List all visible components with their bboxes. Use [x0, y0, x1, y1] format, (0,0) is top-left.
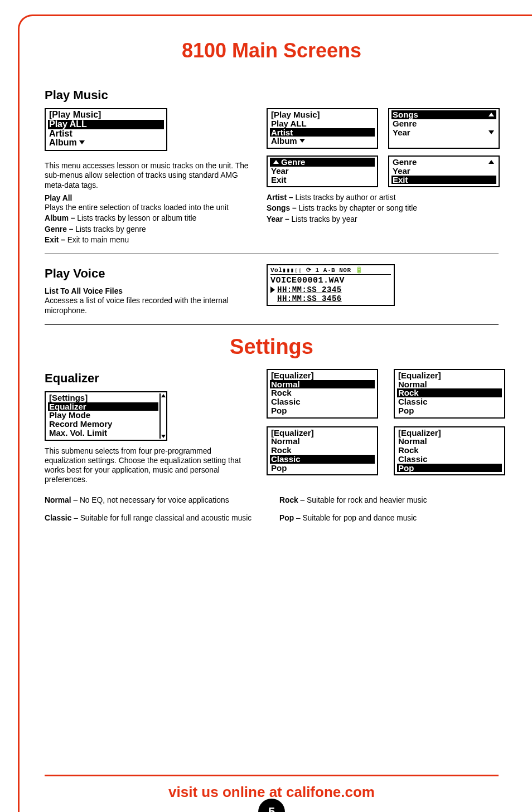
- voice-time-2: HH:MM:SS 3456: [270, 294, 391, 303]
- page-sheet: 8100 Main Screens Play Music [Play Music…: [0, 0, 532, 812]
- lcd-item: Artist: [270, 128, 375, 137]
- lcd-genre: Genre Year Exit: [267, 155, 378, 187]
- page-content: 8100 Main Screens Play Music [Play Music…: [45, 33, 499, 812]
- lcd-play-music-artist: [Play Music] Play ALL Artist Album: [267, 108, 378, 149]
- divider: [45, 324, 499, 325]
- lcd-item-label: Year: [393, 128, 410, 137]
- equalizer-right: [Equalizer] Normal Rock Classic Pop [Equ…: [267, 369, 499, 488]
- def-text: Accesses a list of voice files recorded …: [45, 296, 229, 314]
- chevron-up-icon: [489, 160, 494, 164]
- lcd-item: Genre: [270, 158, 375, 167]
- play-music-left: [Play Music] Play ALL Artist Album This …: [45, 108, 251, 246]
- lcd-item: Max. Vol. Limit: [48, 429, 158, 437]
- lcd-item-label: Genre: [281, 157, 305, 167]
- def-text: – No EQ, not necessary for voice applica…: [71, 496, 229, 504]
- lcd-eq-pop: [Equalizer] Normal Rock Classic Pop: [394, 426, 505, 476]
- def-album: Album – Lists tracks by lesson or album …: [45, 213, 251, 223]
- def-label: Normal: [45, 496, 71, 504]
- lcd-item: Equalizer: [48, 402, 158, 411]
- lcd-item: Normal: [270, 380, 375, 389]
- lcd-item: Record Memory: [48, 420, 158, 429]
- def-label: Genre –: [45, 225, 73, 234]
- lcd-header: [Equalizer]: [397, 429, 502, 437]
- lcd-item: Rock: [397, 446, 502, 455]
- lcd-item: Classic: [397, 455, 502, 464]
- def-play-all: Play All Plays the entire selection of t…: [45, 193, 251, 212]
- def-label: List To All Voice Files: [45, 287, 123, 295]
- lcd-item-label: Songs: [393, 110, 418, 119]
- def-label: Album –: [45, 214, 75, 222]
- lcd-item: Pop: [270, 406, 375, 415]
- lcd-item: Normal: [397, 380, 502, 389]
- def-pop: Pop – Suitable for pop and dance music: [279, 513, 499, 523]
- lcd-header: [Play Music]: [270, 110, 375, 119]
- lcd-item: Classic: [270, 455, 375, 464]
- lcd-item: Rock: [270, 446, 375, 455]
- lcd-item: Classic: [397, 397, 502, 406]
- chevron-down-icon: [79, 140, 85, 144]
- def-label: Play All: [45, 194, 72, 202]
- lcd-item: Play Mode: [48, 411, 158, 420]
- chevron-up-icon: [273, 160, 279, 164]
- def-label: Artist –: [267, 193, 293, 202]
- lcd-play-music-main: [Play Music] Play ALL Artist Album: [45, 108, 167, 151]
- lcd-item: Normal: [397, 437, 502, 446]
- lcd-item: Normal: [270, 437, 375, 446]
- play-voice-row: Play Voice List To All Voice Files Acces…: [45, 264, 499, 317]
- lcd-item: Artist: [48, 129, 164, 139]
- play-music-lcd-grid: [Play Music] Play ALL Artist Album Songs…: [267, 108, 499, 187]
- lcd-item: Play ALL: [48, 120, 164, 129]
- def-text: – Suitable for full range classical and …: [71, 514, 252, 522]
- equalizer-left: Equalizer [Settings] Equalizer Play Mode…: [45, 369, 251, 488]
- scrollbar-icon: [159, 393, 165, 439]
- lcd-item-label: Album: [49, 138, 77, 147]
- chevron-down-icon: [299, 139, 305, 143]
- equalizer-heading: Equalizer: [45, 371, 251, 386]
- divider: [45, 254, 499, 254]
- def-label: Rock: [279, 496, 298, 504]
- def-artist: Artist – Lists tracks by author or artis…: [267, 193, 499, 202]
- footer-rule: [45, 775, 499, 776]
- def-text: Lists tracks by year: [289, 215, 357, 223]
- lcd-header: [Settings]: [48, 393, 158, 402]
- lcd-eq-normal: [Equalizer] Normal Rock Classic Pop: [267, 369, 378, 419]
- equalizer-intro: This submenu selects from four pre-progr…: [45, 446, 251, 485]
- lcd-item: Year: [391, 167, 496, 176]
- lcd-item: Pop: [270, 464, 375, 473]
- play-music-intro: This menu accesses lesson or music track…: [45, 161, 251, 190]
- lcd-item: Album: [48, 138, 164, 148]
- equalizer-lcd-grid: [Equalizer] Normal Rock Classic Pop [Equ…: [267, 369, 499, 476]
- lcd-item: Exit: [270, 176, 375, 184]
- lcd-item-label: Album: [271, 136, 297, 145]
- equalizer-defs: Normal – No EQ, not necessary for voice …: [45, 493, 499, 528]
- lcd-header: [Equalizer]: [397, 371, 502, 380]
- play-voice-left: Play Voice List To All Voice Files Acces…: [45, 264, 251, 317]
- def-exit: Exit – Exit to main menu: [45, 235, 251, 245]
- def-normal: Normal – No EQ, not necessary for voice …: [45, 495, 264, 505]
- play-music-heading: Play Music: [45, 88, 499, 103]
- lcd-songs: Songs Genre Year: [388, 108, 500, 149]
- play-voice-heading: Play Voice: [45, 266, 251, 281]
- def-text: Lists tracks by lesson or album title: [75, 214, 196, 222]
- def-text: – Suitable for rock and heavier music: [298, 496, 427, 504]
- lcd-item: Album: [270, 137, 375, 145]
- lcd-item: Exit: [391, 176, 496, 184]
- lcd-item: Songs: [391, 110, 496, 119]
- def-label: Songs –: [267, 204, 297, 212]
- def-text: Plays the entire selection of tracks loa…: [45, 203, 229, 212]
- lcd-item: Rock: [397, 388, 502, 397]
- lcd-item: Pop: [397, 464, 502, 473]
- play-music-right: [Play Music] Play ALL Artist Album Songs…: [267, 108, 499, 246]
- lcd-item: Rock: [270, 388, 375, 397]
- def-text: Lists tracks by author or artist: [293, 193, 396, 202]
- settings-title: Settings: [45, 335, 499, 359]
- chevron-up-icon: [489, 113, 494, 116]
- page-title: 8100 Main Screens: [45, 39, 499, 62]
- voice-time-label: HH:MM:SS 3456: [277, 294, 342, 303]
- play-music-row: [Play Music] Play ALL Artist Album This …: [45, 108, 499, 246]
- def-text: Exit to main menu: [65, 236, 129, 244]
- voice-filename: VOICE00001.WAV: [270, 276, 391, 285]
- lcd-eq-classic: [Equalizer] Normal Rock Classic Pop: [267, 426, 378, 476]
- def-label: Year –: [267, 215, 289, 223]
- equalizer-row: Equalizer [Settings] Equalizer Play Mode…: [45, 369, 499, 488]
